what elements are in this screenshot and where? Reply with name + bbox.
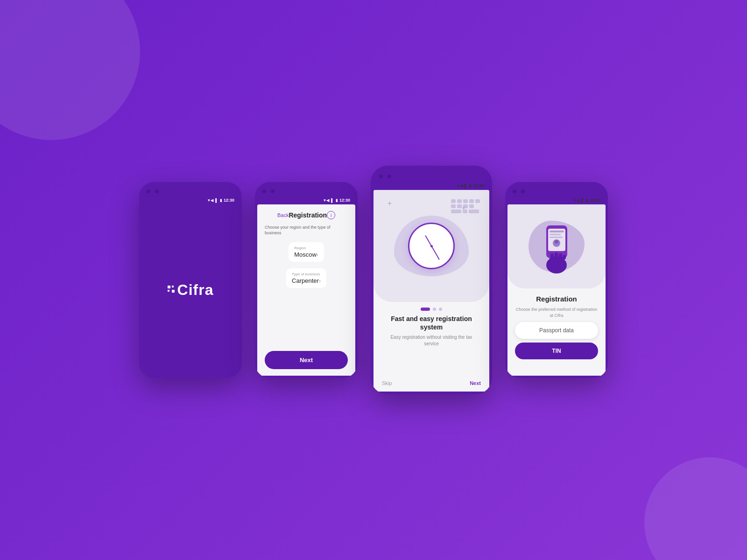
phone4-top bbox=[505, 182, 608, 197]
phone-2: ▼◀ ▌ ▮ 12:30 Back Registration i Choose … bbox=[255, 182, 358, 378]
phone2-status-bar: ▼◀ ▌ ▮ 12:30 bbox=[255, 197, 358, 204]
phone3-screen: + + Fast and eas bbox=[374, 190, 489, 392]
svg-point-6 bbox=[555, 240, 558, 244]
phone2-camera-left bbox=[262, 189, 266, 193]
dots-indicator bbox=[421, 308, 442, 311]
next-button[interactable]: Next bbox=[265, 351, 348, 369]
kb-key bbox=[457, 204, 462, 208]
phone4-status-bar: ▼◀ ▌ ▮ 12:30 bbox=[505, 197, 608, 204]
phone4-signal-icon: ▌ bbox=[581, 198, 584, 203]
svg-rect-12 bbox=[563, 255, 566, 259]
cifra-dots-icon bbox=[168, 286, 175, 293]
onboarding-illustration: + + bbox=[374, 190, 489, 302]
phone-4: ▼◀ ▌ ▮ 12:30 bbox=[505, 182, 608, 378]
svg-rect-4 bbox=[550, 237, 563, 238]
business-value: Carpenter bbox=[292, 277, 319, 284]
kb-key bbox=[463, 199, 468, 203]
skip-button[interactable]: Skip bbox=[382, 380, 392, 386]
kb-key bbox=[457, 199, 462, 203]
dot-3 bbox=[168, 290, 169, 292]
phone4-camera-left bbox=[513, 189, 516, 193]
region-label: Region bbox=[294, 246, 318, 250]
phone4-time: 12:30 bbox=[590, 198, 600, 203]
phones-container: ▼◀ ▌ ▮ 12:30 Cifra bbox=[139, 166, 608, 394]
kb-key bbox=[475, 199, 480, 203]
kb-key bbox=[469, 199, 474, 203]
plus-decoration-1: + bbox=[388, 199, 392, 208]
phone4-screen: Registration Choose the preferred method… bbox=[507, 204, 606, 376]
phone2-time: 12:30 bbox=[339, 198, 350, 203]
phone1-screen: Cifra bbox=[141, 204, 240, 376]
passport-button[interactable]: Passport data bbox=[515, 322, 598, 339]
phone1-status-icons: ▼◀ ▌ ▮ 12:30 bbox=[207, 198, 234, 203]
phone1-camera-right bbox=[155, 189, 159, 193]
kb-key bbox=[451, 204, 456, 208]
form-title: Registration bbox=[289, 211, 327, 219]
reg-illustration bbox=[507, 204, 606, 288]
phone3-wifi-icon: ▼◀ bbox=[456, 184, 463, 188]
info-icon[interactable]: i bbox=[327, 211, 335, 219]
region-value: Moscow bbox=[294, 251, 317, 258]
clock-inner bbox=[410, 225, 452, 267]
phone1-cameras bbox=[147, 189, 159, 193]
cifra-text: Cifra bbox=[177, 281, 214, 299]
region-field[interactable]: Region Moscow › bbox=[289, 242, 324, 262]
phone3-battery-icon: ▮ bbox=[469, 184, 471, 188]
phone2-camera-right bbox=[271, 189, 275, 193]
phone1-status-bar: ▼◀ ▌ ▮ 12:30 bbox=[139, 197, 242, 204]
next-text-button[interactable]: Next bbox=[470, 380, 481, 386]
svg-rect-10 bbox=[555, 252, 558, 259]
kb-key-wide bbox=[451, 210, 461, 213]
business-arrow-icon: › bbox=[319, 278, 321, 284]
phone3-status-bar: ▼◀ ▌ ▮ 12:30 bbox=[371, 182, 492, 190]
kb-key bbox=[469, 204, 474, 208]
dot-1 bbox=[168, 286, 170, 288]
back-button[interactable]: Back bbox=[277, 212, 289, 218]
signal-icon: ▌ bbox=[215, 198, 218, 203]
phone-3: ▼◀ ▌ ▮ 12:30 bbox=[371, 166, 492, 394]
form-header: Back Registration i bbox=[277, 211, 335, 219]
dot-2 bbox=[433, 308, 436, 311]
battery-icon: ▮ bbox=[220, 198, 222, 203]
reg4-content: Registration Choose the preferred method… bbox=[507, 288, 606, 376]
kb-key-wide bbox=[469, 210, 479, 213]
cifra-logo: Cifra bbox=[168, 281, 214, 299]
business-field[interactable]: Type of business Carpenter › bbox=[286, 268, 326, 288]
phone2-signal-icon: ▌ bbox=[331, 198, 334, 203]
dot-1-active bbox=[421, 308, 430, 311]
phone3-time: 12:30 bbox=[473, 183, 484, 188]
dot-2 bbox=[172, 286, 174, 287]
phone3-signal-icon: ▌ bbox=[465, 184, 467, 188]
phone1-time: 12:30 bbox=[224, 198, 234, 203]
phone4-camera-right bbox=[521, 189, 525, 193]
phone2-wifi-icon: ▼◀ bbox=[323, 198, 329, 203]
business-value-row: Carpenter › bbox=[292, 277, 321, 284]
phone4-cameras bbox=[513, 189, 525, 193]
phone-1: ▼◀ ▌ ▮ 12:30 Cifra bbox=[139, 182, 242, 378]
kb-key bbox=[463, 210, 467, 213]
clock-center-dot bbox=[430, 245, 433, 247]
onboarding-footer: Skip Next bbox=[374, 375, 489, 392]
kb-key bbox=[463, 204, 468, 208]
phone3-camera-right bbox=[388, 175, 391, 178]
phone3-top bbox=[371, 166, 492, 182]
svg-rect-2 bbox=[550, 231, 564, 232]
phone2-top bbox=[255, 182, 358, 197]
svg-rect-3 bbox=[550, 234, 561, 235]
phone3-status-icons: ▼◀ ▌ ▮ 12:30 bbox=[456, 183, 484, 188]
dot-4 bbox=[172, 290, 175, 293]
wifi-icon: ▼◀ bbox=[207, 198, 213, 203]
phone2-status-icons: ▼◀ ▌ ▮ 12:30 bbox=[323, 198, 350, 203]
bg-decoration-tl bbox=[0, 0, 140, 140]
onboarding-desc: Easy registration without visiting the t… bbox=[374, 331, 489, 347]
phone2-cameras bbox=[262, 189, 275, 193]
phone1-top bbox=[139, 182, 242, 197]
phone2-battery-icon: ▮ bbox=[336, 198, 338, 203]
tin-button[interactable]: TIN bbox=[515, 343, 598, 359]
keyboard-icon bbox=[451, 199, 480, 215]
onboarding-title: Fast and easy registration system bbox=[374, 315, 489, 331]
svg-rect-9 bbox=[550, 253, 554, 260]
phone4-battery-icon: ▮ bbox=[586, 198, 588, 203]
phone3-camera-left bbox=[379, 175, 383, 178]
reg4-title: Registration bbox=[536, 295, 577, 303]
